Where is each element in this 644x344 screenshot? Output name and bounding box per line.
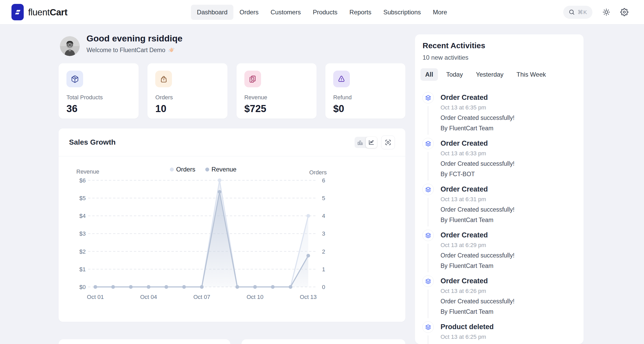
sales-growth-header: Sales Growth: [59, 128, 405, 156]
svg-text:Oct 13: Oct 13: [300, 294, 317, 300]
svg-text:0: 0: [322, 284, 325, 290]
activity-message: Order Created successfully!: [441, 206, 576, 213]
nav-item-dashboard[interactable]: Dashboard: [191, 5, 233, 20]
nav-item-more[interactable]: More: [427, 5, 453, 20]
bottom-right-card: [242, 339, 405, 344]
activity-message: Order Created successfully!: [441, 298, 576, 305]
svg-text:Oct 10: Oct 10: [246, 294, 263, 300]
search-button[interactable]: ⌘K: [563, 6, 592, 19]
brand-name-regular: fluent: [28, 7, 50, 17]
svg-text:$2: $2: [79, 248, 86, 255]
svg-text:Oct 04: Oct 04: [140, 294, 157, 300]
sales-growth-title: Sales Growth: [69, 138, 116, 146]
nav-item-customers[interactable]: Customers: [265, 5, 307, 20]
sales-chart-plot: $00$11$22$33$44$55$66Oct 01Oct 04Oct 07O…: [72, 175, 335, 306]
activity-title: Product deleted: [441, 319, 576, 331]
activity-item: Order CreatedOct 13 at 6:35 pmOrder Crea…: [422, 90, 576, 136]
settings-button[interactable]: [620, 8, 628, 16]
filter-tab-yesterday[interactable]: Yesterday: [471, 68, 508, 81]
layers-icon: [425, 324, 431, 330]
timeline-connector: [428, 152, 428, 181]
brand-name: fluentCart: [28, 7, 67, 17]
bar-chart-icon: [357, 139, 363, 146]
greeting-subtitle-text: Welcome to FluentCart Demo: [86, 47, 165, 54]
nav-item-reports[interactable]: Reports: [343, 5, 377, 20]
chart-tools: [355, 136, 395, 149]
svg-text:6: 6: [322, 177, 325, 184]
avatar-photo: [60, 36, 80, 56]
greeting-section: Good evening rsiddiqe Welcome to FluentC…: [60, 33, 182, 56]
activity-type-badge: [422, 275, 434, 287]
timeline-connector: [428, 244, 428, 272]
sun-icon: [602, 8, 610, 16]
bar-chart-toggle-button[interactable]: [355, 137, 366, 148]
stat-value: 36: [66, 103, 131, 114]
layers-icon: [425, 278, 431, 284]
svg-text:Oct 07: Oct 07: [193, 294, 210, 300]
legend-label: Revenue: [212, 166, 237, 173]
stat-label: Total Products: [66, 94, 131, 101]
timeline-connector: [428, 106, 428, 135]
dashboard-page: fluentCart DashboardOrdersCustomersProdu…: [0, 0, 644, 344]
theme-toggle-button[interactable]: [602, 8, 610, 16]
activities-title: Recent Activities: [423, 41, 576, 50]
left-axis-title: Revenue: [76, 168, 99, 175]
shopping-bag-icon: [155, 71, 172, 87]
activity-type-badge: [422, 138, 434, 149]
activity-item: Order CreatedOct 13 at 6:31 pmOrder Crea…: [422, 182, 576, 228]
svg-text:$3: $3: [79, 230, 86, 237]
recent-activities-panel: Recent Activities 10 new activities AllT…: [415, 34, 584, 344]
activity-item: Product deletedOct 13 at 6:25 pmProduct …: [422, 319, 576, 344]
fullscreen-button[interactable]: [381, 136, 395, 149]
activity-timestamp: Oct 13 at 6:29 pm: [441, 242, 576, 249]
stat-value: 10: [155, 103, 220, 114]
activity-timestamp: Oct 13 at 6:31 pm: [441, 196, 576, 203]
greeting-text: Good evening rsiddiqe Welcome to FluentC…: [86, 33, 182, 56]
nav-item-subscriptions[interactable]: Subscriptions: [377, 5, 427, 20]
activity-message: Order Created successfully!: [441, 252, 576, 259]
legend-item-revenue[interactable]: Revenue: [205, 166, 237, 173]
nav-item-products[interactable]: Products: [307, 5, 344, 20]
activity-item: Order CreatedOct 13 at 6:33 pmOrder Crea…: [422, 136, 576, 182]
activity-message: Order Created successfully!: [441, 160, 576, 167]
line-chart-toggle-button[interactable]: [366, 137, 377, 148]
activity-timestamp: Oct 13 at 6:25 pm: [441, 334, 576, 340]
layers-icon: [425, 95, 431, 101]
activity-timestamp: Oct 13 at 6:35 pm: [441, 104, 576, 111]
activity-timestamp: Oct 13 at 6:26 pm: [441, 288, 576, 294]
package-icon: [66, 71, 83, 87]
svg-text:$1: $1: [79, 266, 86, 273]
activity-author: By FluentCart Team: [441, 262, 576, 269]
line-chart-icon: [368, 139, 375, 146]
activity-author: By FluentCart Team: [441, 125, 576, 132]
svg-text:$0: $0: [79, 284, 86, 290]
banknotes-icon: [244, 71, 261, 87]
activity-title: Order Created: [441, 182, 576, 193]
svg-text:3: 3: [322, 230, 325, 237]
nav-item-orders[interactable]: Orders: [233, 5, 264, 20]
activity-item: Order CreatedOct 13 at 6:29 pmOrder Crea…: [422, 228, 576, 273]
brand-logo[interactable]: fluentCart: [11, 4, 67, 20]
filter-tab-today[interactable]: Today: [442, 68, 468, 81]
svg-text:4: 4: [322, 213, 325, 219]
filter-tab-all[interactable]: All: [420, 68, 438, 81]
chart-type-toggle: [355, 137, 377, 148]
stat-label: Orders: [155, 94, 220, 101]
alert-triangle-icon: [333, 71, 350, 87]
svg-text:$6: $6: [79, 177, 86, 184]
timeline-connector: [428, 290, 428, 318]
search-icon: [568, 9, 575, 15]
svg-text:5: 5: [322, 195, 325, 201]
filter-tab-this-week[interactable]: This Week: [512, 68, 551, 81]
greeting-title: Good evening rsiddiqe: [86, 33, 182, 44]
stats-row: Total Products36Orders10Revenue$725Refun…: [59, 63, 405, 119]
legend-item-orders[interactable]: Orders: [170, 166, 195, 173]
sales-growth-card: Sales Growth: [59, 128, 405, 322]
greeting-subtitle: Welcome to FluentCart Demo: [86, 47, 182, 54]
top-navbar: fluentCart DashboardOrdersCustomersProdu…: [0, 0, 644, 24]
avatar[interactable]: [60, 36, 80, 56]
activity-title: Order Created: [441, 273, 576, 285]
svg-text:$4: $4: [79, 213, 86, 219]
activity-title: Order Created: [441, 90, 576, 102]
stat-card-revenue: Revenue$725: [237, 63, 317, 119]
